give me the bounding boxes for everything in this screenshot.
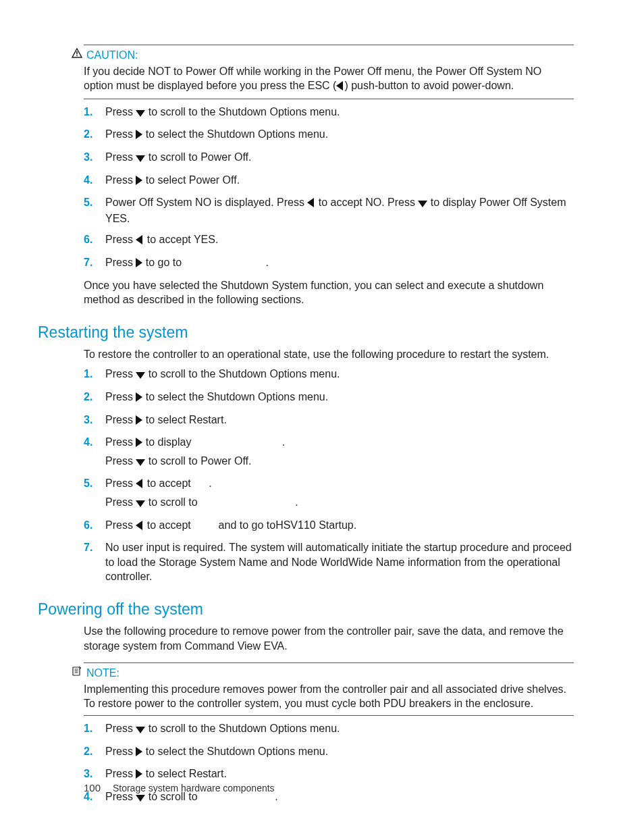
right-arrow-icon bbox=[136, 414, 142, 429]
heading-powering-off: Powering off the system bbox=[38, 599, 574, 620]
text: HSV110 Startup. bbox=[275, 519, 356, 531]
right-arrow-icon bbox=[136, 746, 142, 760]
left-arrow-icon bbox=[136, 519, 144, 534]
text: to scroll to the Shutdown Options menu. bbox=[145, 368, 340, 380]
caution-body: If you decide NOT to Power Off while wor… bbox=[84, 64, 574, 95]
note-icon bbox=[72, 666, 82, 677]
right-arrow-icon bbox=[136, 257, 142, 271]
note-body: Implementing this procedure removes powe… bbox=[84, 682, 574, 711]
text: Press bbox=[105, 477, 136, 489]
list-item: 1. Press to scroll to the Shutdown Optio… bbox=[84, 721, 574, 737]
list-item: 7. Press to go to . bbox=[84, 255, 574, 271]
right-arrow-icon bbox=[136, 128, 142, 143]
list-item: 7. No user input is required. The system… bbox=[84, 540, 574, 584]
list-item: 2. Press to select the Shutdown Options … bbox=[84, 390, 574, 406]
divider bbox=[84, 99, 574, 99]
divider bbox=[84, 662, 574, 663]
list-item: 5. Power Off System NO is displayed. Pre… bbox=[84, 195, 574, 226]
text: to scroll to Power Off. bbox=[145, 151, 251, 163]
left-arrow-icon bbox=[136, 477, 144, 492]
paragraph: To restore the controller to an operatio… bbox=[84, 347, 574, 362]
text: Press bbox=[105, 257, 136, 268]
text: . bbox=[209, 477, 211, 489]
text: Press bbox=[105, 496, 136, 508]
right-arrow-icon bbox=[136, 768, 142, 783]
text: to scroll to the Shutdown Options menu. bbox=[145, 106, 340, 118]
note-title: NOTE: bbox=[86, 666, 119, 681]
text: to accept NO. Press bbox=[315, 197, 418, 208]
text: Power Off System NO is displayed. Press bbox=[105, 197, 307, 208]
list-item: 3. Press to select Restart. bbox=[84, 766, 574, 783]
list-item: 2. Press to select the Shutdown Options … bbox=[84, 744, 574, 760]
right-arrow-icon bbox=[136, 174, 142, 189]
left-arrow-icon bbox=[307, 197, 315, 211]
list-item: 6. Press to accept and to go toHSV110 St… bbox=[84, 518, 574, 534]
list-item: 4. Press to select Power Off. bbox=[84, 173, 574, 189]
text: Press bbox=[105, 723, 136, 734]
page: CAUTION: If you decide NOT to Power Off … bbox=[0, 0, 644, 834]
text: to select Power Off. bbox=[142, 174, 240, 186]
down-arrow-icon bbox=[136, 106, 145, 121]
note-header: NOTE: bbox=[72, 666, 574, 681]
text: to select Restart. bbox=[142, 414, 227, 425]
down-arrow-icon bbox=[136, 723, 145, 737]
caution-title: CAUTION: bbox=[86, 48, 138, 63]
text: . bbox=[282, 436, 285, 448]
text: Press bbox=[105, 768, 136, 779]
content-column: CAUTION: If you decide NOT to Power Off … bbox=[84, 45, 574, 805]
steps-restart: 1. Press to scroll to the Shutdown Optio… bbox=[84, 367, 574, 584]
text: and to go to bbox=[215, 519, 275, 531]
text: Press bbox=[105, 174, 136, 186]
list-item-sub: Press to scroll to Power Off. bbox=[105, 454, 574, 470]
left-arrow-icon bbox=[136, 234, 144, 249]
caution-header: CAUTION: bbox=[72, 48, 574, 63]
page-footer: 100 Storage system hardware components bbox=[84, 781, 275, 795]
heading-restarting: Restarting the system bbox=[38, 322, 574, 343]
down-arrow-icon bbox=[136, 151, 145, 166]
text: Press bbox=[105, 414, 136, 425]
text: Press bbox=[105, 519, 136, 531]
text: . bbox=[266, 257, 269, 268]
text: ) push-button to avoid power-down. bbox=[344, 80, 514, 91]
text: to select the Shutdown Options menu. bbox=[142, 746, 328, 757]
text: to select Restart. bbox=[142, 768, 227, 779]
text: Press bbox=[105, 455, 136, 467]
list-item: 4. Press to display . Press to scroll to… bbox=[84, 435, 574, 469]
text: Press bbox=[105, 746, 136, 757]
text: to accept YES. bbox=[144, 234, 218, 245]
list-item-sub: Press to scroll to . bbox=[105, 495, 574, 511]
down-arrow-icon bbox=[418, 197, 427, 211]
page-number: 100 bbox=[84, 782, 101, 793]
text: Press bbox=[105, 234, 136, 245]
left-arrow-icon bbox=[336, 80, 344, 95]
text: to go to bbox=[142, 257, 184, 268]
paragraph: Once you have selected the Shutdown Syst… bbox=[84, 278, 574, 307]
list-item: 6. Press to accept YES. bbox=[84, 232, 574, 249]
text: Press bbox=[105, 391, 136, 402]
text: Press bbox=[105, 128, 136, 140]
list-item: 5. Press to accept . Press to scroll to … bbox=[84, 476, 574, 511]
paragraph: Use the following procedure to remove po… bbox=[84, 624, 574, 653]
down-arrow-icon bbox=[136, 496, 145, 511]
text: Press bbox=[105, 436, 136, 448]
list-item: 3. Press to scroll to Power Off. bbox=[84, 150, 574, 166]
text: to accept bbox=[144, 519, 194, 531]
right-arrow-icon bbox=[136, 436, 142, 451]
text: Press bbox=[105, 106, 136, 118]
list-item: 3. Press to select Restart. bbox=[84, 413, 574, 429]
list-item: 1. Press to scroll to the Shutdown Optio… bbox=[84, 367, 574, 383]
text: Press bbox=[105, 151, 136, 163]
divider bbox=[84, 715, 574, 716]
divider bbox=[84, 45, 574, 45]
text: . bbox=[275, 791, 277, 802]
footer-title: Storage system hardware components bbox=[113, 783, 275, 793]
down-arrow-icon bbox=[136, 368, 145, 383]
text: to scroll to the Shutdown Options menu. bbox=[145, 723, 340, 734]
steps-shutdown: 1. Press to scroll to the Shutdown Optio… bbox=[84, 105, 574, 271]
text: to display bbox=[142, 436, 194, 448]
list-item: 2. Press to select the Shutdown Options … bbox=[84, 127, 574, 143]
text: to accept bbox=[144, 477, 194, 489]
text: to select the Shutdown Options menu. bbox=[142, 128, 328, 140]
list-item: 1. Press to scroll to the Shutdown Optio… bbox=[84, 105, 574, 121]
text: to select the Shutdown Options menu. bbox=[142, 391, 328, 402]
